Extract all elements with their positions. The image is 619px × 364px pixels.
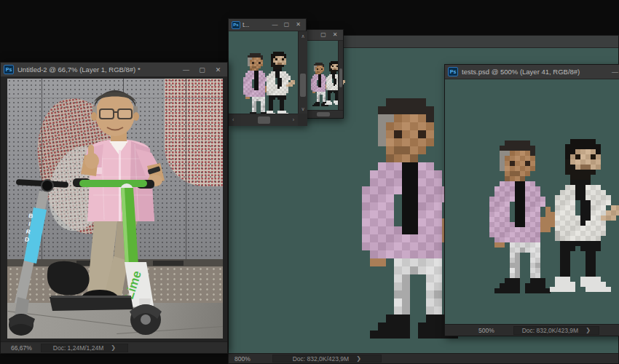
minimize-button[interactable]: —: [270, 20, 280, 30]
window-tests-500: Ps tests.psd @ 500% (Layer 41, RGB/8#) —…: [444, 64, 619, 336]
window-float-tiny: ▢ ✕: [301, 29, 344, 119]
vertical-scrollbar[interactable]: [338, 41, 343, 110]
scrollbar-thumb[interactable]: [258, 116, 270, 124]
tests-500-canvas[interactable]: [445, 79, 619, 324]
window-title: tests.psd @ 500% (Layer 41, RGB/8#): [462, 68, 605, 76]
window-untitled: Ps Untitled-2 @ 66,7% (Layer 1, RGB/8#) …: [0, 62, 228, 354]
zoom-level-field[interactable]: 66,67%: [11, 344, 32, 352]
photo-canvas: Lime BIRD: [7, 79, 223, 339]
scrollbar-corner: [298, 114, 307, 126]
scroll-up-icon[interactable]: ∧: [299, 33, 307, 39]
float-tiny-titlebar[interactable]: ▢ ✕: [302, 30, 343, 41]
tests-500-statusbar: 500% Doc: 832,0K/423,9M ❯: [445, 324, 619, 336]
doc-size-info: Doc: 832,0K/423,9M ❯: [272, 355, 382, 362]
doc-size-info: Doc: 1,24M/1,24M ❯: [41, 344, 128, 352]
zoom-level-field[interactable]: 800%: [234, 355, 251, 363]
status-expand-icon[interactable]: ❯: [356, 355, 361, 362]
float-small-titlebar[interactable]: Ps t... — ▢ ✕: [229, 19, 306, 31]
horizontal-scrollbar[interactable]: ‹ ›: [229, 114, 298, 126]
window-title: t...: [243, 21, 268, 28]
status-expand-icon[interactable]: ❯: [586, 327, 591, 333]
photoshop-file-icon: Ps: [448, 67, 458, 76]
vertical-scrollbar[interactable]: ∧ ∨: [298, 31, 307, 114]
doc-size-info: Doc: 832,0K/423,9M ❯: [513, 326, 599, 335]
float-small-canvas[interactable]: [229, 31, 298, 114]
photoshop-file-icon: Ps: [232, 21, 240, 29]
maximize-button[interactable]: ▢: [318, 30, 328, 40]
zoom-level-field[interactable]: 500%: [478, 327, 494, 334]
maximize-button[interactable]: ▢: [196, 65, 208, 75]
close-button[interactable]: ✕: [330, 30, 340, 40]
pixel-figure-beard-medium: [550, 139, 619, 292]
scrollbar-thumb[interactable]: [300, 74, 306, 97]
close-button[interactable]: ✕: [212, 65, 224, 75]
horizontal-scrollbar[interactable]: [302, 110, 343, 118]
photoshop-file-icon: Ps: [4, 65, 14, 74]
tests-800-statusbar: 800% Doc: 832,0K/423,9M ❯: [229, 353, 618, 363]
scroll-down-icon[interactable]: ∨: [299, 106, 307, 111]
bird-scooter: [9, 179, 68, 336]
minimize-button[interactable]: —: [180, 65, 192, 75]
untitled-titlebar[interactable]: Ps Untitled-2 @ 66,7% (Layer 1, RGB/8#) …: [1, 63, 227, 77]
pixel-figure-beard-small: [264, 52, 299, 117]
scroll-right-icon[interactable]: ›: [293, 114, 294, 125]
untitled-canvas[interactable]: Lime BIRD: [1, 77, 227, 341]
scrollbar-thumb[interactable]: [317, 112, 330, 116]
scrollbar-thumb[interactable]: [339, 68, 342, 87]
status-expand-icon[interactable]: ❯: [111, 344, 116, 351]
minimize-button[interactable]: —: [609, 67, 619, 77]
close-button[interactable]: ✕: [293, 20, 303, 30]
window-float-small: Ps t... — ▢ ✕ ∧ ∨ ‹ ›: [228, 18, 307, 125]
float-tiny-canvas[interactable]: [302, 41, 338, 110]
scroll-left-icon[interactable]: ‹: [232, 114, 234, 125]
maximize-button[interactable]: ▢: [282, 20, 291, 30]
photo-figures: Lime: [7, 79, 223, 339]
window-title: Untitled-2 @ 66,7% (Layer 1, RGB/8#) *: [17, 66, 176, 74]
tests-500-titlebar[interactable]: Ps tests.psd @ 500% (Layer 41, RGB/8#) —: [445, 65, 619, 79]
pixel-figure-beard-tiny: [325, 61, 348, 105]
untitled-statusbar: 66,67% Doc: 1,24M/1,24M ❯: [1, 341, 227, 353]
